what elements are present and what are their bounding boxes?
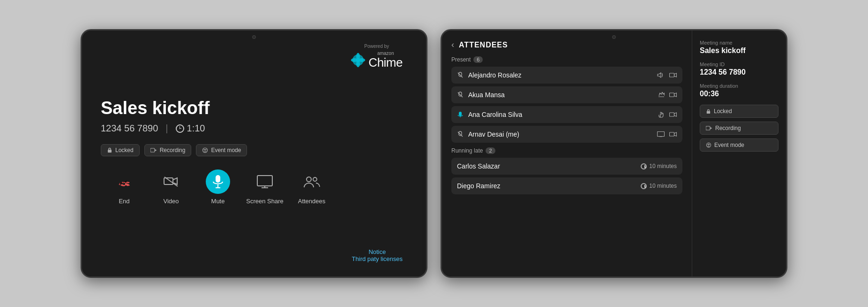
camera-right [612, 35, 616, 39]
late-delay: 10 minutes [649, 163, 677, 169]
meeting-title: Sales kickoff [101, 98, 407, 118]
svg-rect-46 [706, 126, 710, 130]
badge-recording: Recording [144, 144, 192, 156]
info-badge-event-label: Event mode [714, 142, 744, 148]
mute-icon-wrap [206, 169, 230, 194]
svg-rect-9 [108, 150, 112, 153]
svg-marker-11 [155, 149, 157, 151]
back-button[interactable]: ‹ [451, 40, 454, 50]
video-icon [669, 92, 677, 98]
attendee-icons [658, 111, 677, 118]
chime-branding: Powered by amazon [351, 44, 403, 69]
clock-icon [176, 124, 184, 133]
chime-logo: amazon Chime [351, 51, 403, 69]
video-off-icon [164, 176, 179, 187]
info-badge-locked[interactable]: Locked [700, 105, 778, 118]
svg-marker-33 [674, 93, 677, 97]
svg-marker-29 [674, 73, 677, 77]
attendees-panel: ‹ ATTENDEES Present 6 Alejandro Rosalez [442, 31, 692, 276]
info-badges: Locked Recording Event mode [700, 105, 778, 152]
video-icon [669, 72, 677, 78]
end-call-button[interactable]: End [101, 169, 148, 205]
meeting-badges: Locked Recording Event mode [101, 144, 407, 156]
info-meeting-name: Sales kickoff [700, 46, 778, 55]
svg-rect-34 [459, 112, 462, 116]
info-panel: Meeting name Sales kickoff Meeting ID 12… [692, 31, 786, 276]
svg-rect-21 [257, 176, 272, 186]
info-record-icon [706, 126, 712, 130]
info-duration: 00:36 [700, 90, 778, 98]
mic-active-icon [457, 111, 464, 118]
timer-value: 1:10 [187, 123, 205, 134]
license-link[interactable]: Third paty licenses [352, 255, 403, 262]
screen-right: ‹ ATTENDEES Present 6 Alejandro Rosalez [442, 31, 786, 276]
svg-point-8 [356, 58, 361, 62]
info-badge-event[interactable]: Event mode [700, 138, 778, 152]
svg-marker-37 [674, 113, 677, 116]
notice-link[interactable]: Notice [352, 248, 403, 255]
attendees-label: Attendees [298, 198, 326, 205]
video-icon-wrap [159, 169, 183, 194]
late-count: 2 [486, 147, 495, 154]
end-call-label: End [119, 198, 129, 205]
notice-area: Notice Third paty licenses [352, 248, 403, 262]
attendee-name: Akua Mansa [468, 91, 653, 99]
info-badge-recording-label: Recording [715, 125, 741, 131]
lock-icon [107, 147, 112, 153]
present-section-label: Present 6 [451, 56, 682, 63]
late-name: Carlos Salazar [457, 162, 641, 170]
end-call-icon-wrap [112, 169, 136, 194]
end-call-icon [117, 174, 132, 189]
late-info: 10 minutes [641, 163, 677, 169]
late-name: Diego Ramirez [457, 182, 641, 190]
volume-icon [657, 72, 665, 78]
attendees-icon [303, 175, 320, 188]
screen-share-small-icon [657, 131, 665, 137]
screen-share-label: Screen Share [246, 198, 284, 205]
mic-muted-icon [457, 131, 464, 138]
meeting-id: 1234 56 7890 [101, 123, 158, 134]
badge-recording-label: Recording [160, 147, 186, 154]
mic-icon [212, 175, 224, 189]
late-delay: 10 minutes [649, 183, 677, 189]
attendee-name: Ana Carolina Silva [468, 111, 653, 118]
info-badge-locked-label: Locked [714, 108, 732, 115]
attendee-name: Alejandro Rosalez [468, 71, 652, 79]
duration-label: Meeting duration [700, 83, 778, 89]
info-event-icon [706, 142, 711, 148]
svg-point-25 [313, 177, 317, 181]
present-count: 6 [473, 56, 483, 63]
attendee-name: Arnav Desai (me) [468, 130, 652, 138]
svg-rect-36 [670, 113, 674, 116]
present-label: Present [451, 56, 471, 63]
meeting-name-label: Meeting name [700, 40, 778, 46]
call-controls: End Video [101, 169, 407, 205]
right-tablet: ‹ ATTENDEES Present 6 Alejandro Rosalez [441, 29, 787, 278]
info-badge-recording[interactable]: Recording [700, 122, 778, 135]
attendee-icons [657, 131, 677, 137]
svg-rect-43 [670, 132, 674, 136]
late-row: Carlos Salazar 10 minutes [451, 158, 682, 175]
svg-point-24 [307, 177, 311, 182]
meeting-timer: 1:10 [176, 123, 205, 134]
screen-share-icon-wrap [253, 169, 277, 194]
svg-marker-47 [711, 127, 712, 129]
attendees-header: ‹ ATTENDEES [451, 40, 682, 50]
meeting-id-label: Meeting ID [700, 61, 778, 67]
attendee-icons [657, 72, 677, 78]
attendees-button[interactable]: Attendees [288, 169, 335, 205]
screen-left: Powered by amazon [82, 31, 426, 276]
mute-button[interactable]: Mute [195, 169, 241, 205]
mic-muted-icon [457, 72, 464, 78]
late-clock-icon [641, 183, 647, 189]
attendee-icons [658, 92, 677, 98]
screen-share-button[interactable]: Screen Share [241, 169, 288, 205]
mute-label: Mute [211, 198, 225, 205]
svg-marker-44 [674, 132, 677, 136]
attendee-row: Alejandro Rosalez [451, 67, 682, 84]
raise-hand-icon [658, 111, 665, 118]
attendee-row: Akua Mansa [451, 86, 682, 103]
badge-locked-label: Locked [115, 147, 134, 154]
svg-rect-45 [707, 111, 710, 114]
video-button[interactable]: Video [148, 169, 195, 205]
